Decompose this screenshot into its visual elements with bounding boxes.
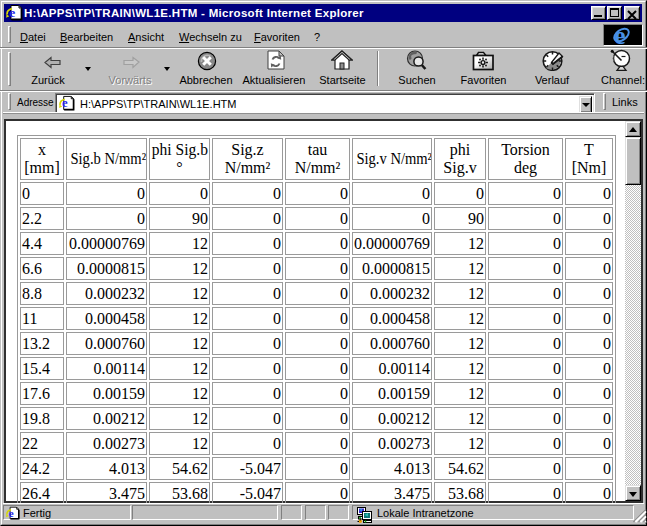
- svg-text:e: e: [9, 507, 14, 519]
- svg-text:e: e: [62, 96, 68, 110]
- svg-text:e: e: [9, 5, 15, 20]
